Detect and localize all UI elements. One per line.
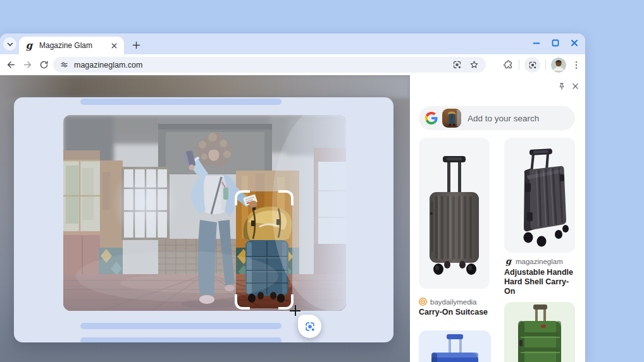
selected-region-thumbnail: [442, 109, 461, 128]
google-logo: [425, 112, 438, 124]
back-button[interactable]: [4, 57, 18, 71]
extensions-icon[interactable]: [503, 59, 514, 70]
text-placeholder-bar: [80, 337, 282, 342]
product-image-carry-on: [419, 138, 490, 289]
maximize-icon: [551, 39, 560, 47]
omnibox-icons: [452, 59, 480, 70]
result-title[interactable]: Carry-On Suitcase: [419, 308, 493, 317]
lens-search-bar[interactable]: [419, 106, 575, 130]
maximize-button[interactable]: [550, 37, 561, 49]
photo-scene: [63, 115, 346, 311]
lens-icon: [304, 320, 316, 333]
source-name: magazineglam: [516, 258, 563, 265]
result-card-image[interactable]: [419, 330, 491, 362]
text-placeholder-bar: [80, 323, 282, 329]
article-photo[interactable]: [63, 115, 346, 311]
lens-icon: [528, 60, 538, 70]
result-source[interactable]: g magazineglam: [504, 257, 563, 265]
site-favicon: g: [24, 41, 34, 50]
dimmed-page-header: [0, 75, 410, 98]
tab-search-button[interactable]: [3, 37, 16, 51]
minimize-button[interactable]: [531, 37, 542, 49]
close-window-button[interactable]: [569, 37, 580, 49]
chevron-down-icon: [6, 40, 14, 48]
lens-mode-indicator[interactable]: [524, 57, 540, 73]
baydailymedia-favicon: [419, 298, 427, 306]
close-icon: [570, 39, 579, 47]
crosshair-cursor: [290, 305, 300, 316]
address-bar[interactable]: [53, 57, 486, 73]
tab-close-button[interactable]: [109, 40, 119, 51]
window-controls: [531, 37, 580, 49]
forward-arrow-icon: [22, 59, 33, 70]
browser-window: g Magazine Glam: [0, 33, 585, 362]
result-source[interactable]: baydailymedia: [419, 298, 477, 306]
close-icon: [111, 42, 118, 49]
pin-icon: [557, 82, 566, 91]
search-input[interactable]: [468, 114, 556, 123]
selection-corner-bottom-left[interactable]: [235, 294, 250, 310]
lens-search-icon[interactable]: [452, 59, 462, 70]
menu-dots-icon[interactable]: [571, 60, 581, 70]
plus-icon: [132, 41, 140, 49]
site-settings-icon: [59, 60, 69, 69]
source-name: baydailymedia: [430, 298, 477, 306]
selection-corner-top-left[interactable]: [235, 190, 250, 205]
avatar-image: [551, 57, 566, 73]
product-image-hard-shell: [504, 138, 575, 253]
forward-button[interactable]: [20, 57, 34, 71]
tab-title: Magazine Glam: [39, 41, 109, 50]
browser-toolbar: [0, 54, 585, 75]
tab-magazine-glam[interactable]: g Magazine Glam: [19, 37, 124, 54]
toolbar-right: [503, 57, 581, 73]
lens-results-panel: g magazineglam Adjustable Handle Hard Sh…: [410, 75, 585, 362]
product-image-green-suitcase: [504, 302, 575, 362]
close-icon: [571, 82, 579, 90]
url-input[interactable]: [74, 61, 452, 69]
result-card-image[interactable]: [419, 138, 490, 289]
selection-corner-top-right[interactable]: [278, 190, 294, 205]
minimize-icon: [532, 39, 541, 47]
text-placeholder-bar: [80, 99, 282, 105]
page-viewport: [0, 75, 410, 362]
result-card-image[interactable]: [504, 302, 575, 362]
reload-button[interactable]: [37, 57, 51, 71]
lens-select-button[interactable]: [298, 315, 321, 338]
reload-icon: [39, 59, 49, 70]
bookmark-star-icon[interactable]: [469, 59, 480, 70]
result-title[interactable]: Adjustable Handle Hard Shell Carry-On: [504, 268, 579, 296]
back-arrow-icon: [6, 59, 16, 70]
close-panel-button[interactable]: [570, 81, 581, 92]
thumbnail-image: [442, 109, 461, 128]
lens-selection-region[interactable]: [235, 190, 294, 310]
product-image-blue-suitcase: [419, 330, 491, 362]
pin-panel-button[interactable]: [556, 81, 567, 92]
toolbar-separator: [519, 59, 519, 70]
new-tab-button[interactable]: [129, 38, 143, 52]
desktop: { "browser": { "tab": { "title": "Magazi…: [0, 0, 644, 362]
toolbar-separator: [545, 59, 546, 70]
tab-strip: g Magazine Glam: [0, 33, 585, 54]
result-card-image[interactable]: [504, 138, 575, 253]
profile-avatar[interactable]: [551, 57, 566, 73]
magazineglam-favicon: g: [504, 257, 512, 265]
magazine-article-card: [14, 97, 393, 342]
